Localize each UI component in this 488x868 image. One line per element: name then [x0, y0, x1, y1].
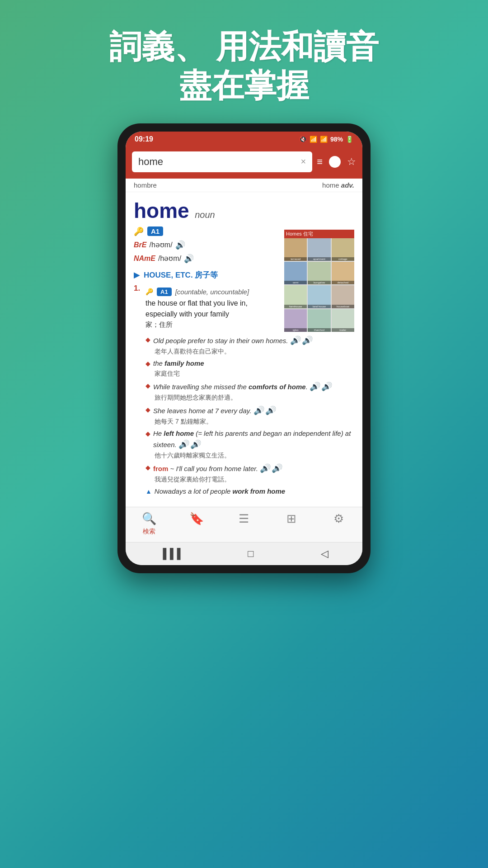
next-word[interactable]: home adv. — [322, 181, 354, 189]
android-back-btn[interactable]: ◁ — [321, 548, 328, 560]
diamond-3: ◆ — [145, 382, 150, 389]
nav-list[interactable]: ☰ — [230, 512, 258, 536]
header-line2: 盡在掌握 — [179, 67, 309, 104]
search-input-wrap[interactable]: home × — [132, 151, 312, 172]
homes-image-grid[interactable]: Homes 住宅 terraced apartment cottage semi… — [284, 230, 354, 332]
status-right-icons: 🔇 📶 📶 98% 🔋 — [299, 136, 353, 143]
ex1-audio1[interactable]: 🔊 — [290, 336, 300, 345]
word-heading-area: home noun — [134, 198, 354, 223]
example-2-chinese: 家庭住宅 — [155, 370, 354, 378]
ex3-audio2[interactable]: 🔊 — [321, 382, 331, 391]
status-time: 09:19 — [135, 135, 153, 143]
home-img-8: land house — [308, 285, 330, 308]
example-7-text: Nowadays a lot of people work from home — [155, 486, 354, 497]
android-recent-btn[interactable]: ▐▐▐ — [159, 548, 180, 560]
def1-tags: [countable, uncountable] — [175, 288, 249, 296]
search-nav-icon: 🔍 — [142, 512, 156, 526]
prev-word[interactable]: hombre — [134, 181, 157, 189]
search-clear-button[interactable]: × — [300, 156, 306, 167]
example-4-row: ◆ She leaves home at 7 every day. 🔊 🔊 — [145, 405, 354, 417]
status-bar: 09:19 🔇 📶 📶 98% 🔋 — [126, 132, 362, 147]
word-nav-row: hombre home adv. — [126, 179, 362, 192]
ex3-audio1[interactable]: 🔊 — [310, 382, 319, 391]
phone-frame: 09:19 🔇 📶 📶 98% 🔋 home × ≡ ☆ hombre — [117, 123, 371, 573]
diamond-5: ◆ — [145, 430, 150, 437]
home-img-6: detached — [332, 262, 354, 284]
name-label: NAmE — [134, 255, 155, 263]
bre-ipa: /həʊm/ — [149, 241, 172, 249]
def1-key-icon: 🔑 — [145, 288, 153, 295]
key-icon: 🔑 — [134, 226, 144, 236]
ex5-audio2[interactable]: 🔊 — [190, 440, 200, 449]
ex6-audio1[interactable]: 🔊 — [260, 464, 270, 473]
status-signal-icon: 📶 — [320, 136, 328, 143]
example-5-chinese: 他十六歲時離家獨立生活。 — [155, 452, 354, 460]
search-bar: home × ≡ ☆ — [126, 147, 362, 179]
definition-1-block: 1. 🔑 A1 [countable, uncountable] the hou… — [134, 284, 354, 498]
def-number: 1. — [134, 284, 142, 498]
android-nav: ▐▐▐ □ ◁ — [126, 542, 362, 565]
dictionary-content: home noun 🔑 A1 BrE /həʊm/ 🔊 NAmE /həʊm/ … — [126, 192, 362, 507]
example-1-chinese: 老年人喜歡待在自己家中。 — [155, 348, 354, 356]
bre-audio-icon[interactable]: 🔊 — [175, 240, 185, 250]
def1-level-badge: A1 — [157, 288, 172, 296]
home-img-1: terraced — [284, 238, 307, 261]
name-audio-icon[interactable]: 🔊 — [184, 254, 194, 264]
example-3-text: While travelling she missed the comforts… — [153, 381, 354, 393]
bottom-nav: 🔍 検索 🔖 ☰ ⊞ ⚙ — [126, 507, 362, 542]
nav-settings[interactable]: ⚙ — [325, 512, 352, 536]
nav-bookmark[interactable]: 🔖 — [183, 512, 210, 536]
nav-grid[interactable]: ⊞ — [278, 512, 305, 536]
list-nav-icon: ☰ — [239, 512, 249, 526]
ex1-audio2[interactable]: 🔊 — [302, 336, 312, 345]
example-6-row: ◆ from ~ I'll call you from home later. … — [145, 462, 354, 475]
example-1-text: Old people prefer to stay in their own h… — [153, 335, 354, 347]
def-text-col: 🔑 A1 [countable, uncountable] the house … — [145, 284, 276, 332]
circle-button[interactable] — [329, 156, 341, 168]
example-2-text: the family home — [153, 359, 354, 369]
header-section: 詞義、 用法和讀音 盡在掌握 — [109, 27, 379, 105]
ex4-audio2[interactable]: 🔊 — [265, 406, 275, 415]
example-3-chinese: 旅行期間她想念家裏的舒適。 — [155, 394, 354, 402]
header-line1: 詞義、 用法和讀音 — [109, 28, 379, 65]
search-input-value[interactable]: home — [138, 156, 300, 168]
example-6-chinese: 我過兒從家裏給你打電話。 — [155, 476, 354, 484]
nav-search[interactable]: 🔍 検索 — [136, 512, 163, 536]
def-1-right: 🔑 A1 [countable, uncountable] the house … — [145, 284, 354, 498]
home-img-2: apartment — [308, 238, 330, 261]
menu-icon[interactable]: ≡ — [317, 156, 323, 168]
home-img-4: semi — [284, 262, 307, 284]
status-battery-text: 98% — [330, 136, 343, 143]
example-5-text: He left home (= left his parents and beg… — [153, 429, 354, 451]
example-3-row: ◆ While travelling she missed the comfor… — [145, 381, 354, 393]
home-img-5: bungalow — [308, 262, 330, 284]
def-1-english: the house or flat that you live in, espe… — [145, 298, 276, 320]
home-img-12: trailer — [332, 309, 354, 332]
diamond-6: ◆ — [145, 464, 150, 471]
bre-label: BrE — [134, 241, 146, 249]
section-title: HOUSE, ETC. 房子等 — [144, 270, 218, 280]
name-ipa: /həʊm/ — [158, 254, 181, 263]
example-4-chinese: 她每天 7 點鐘離家。 — [155, 418, 354, 426]
ex5-audio1[interactable]: 🔊 — [178, 440, 188, 449]
triangle-collapse[interactable]: ▲ — [145, 488, 152, 495]
star-icon[interactable]: ☆ — [347, 156, 356, 168]
diamond-2: ◆ — [145, 360, 150, 367]
home-img-9: houseboat — [332, 285, 354, 308]
def-1-badges: 🔑 A1 [countable, uncountable] — [145, 288, 276, 296]
ex6-audio2[interactable]: 🔊 — [272, 464, 282, 473]
ex4-audio1[interactable]: 🔊 — [253, 406, 263, 415]
diamond-4: ◆ — [145, 406, 150, 413]
search-nav-label: 検索 — [143, 528, 155, 536]
example-4-text: She leaves home at 7 every day. 🔊 🔊 — [153, 405, 354, 417]
status-battery-icon: 🔋 — [346, 136, 353, 143]
homes-label: Homes 住宅 — [284, 230, 354, 238]
diamond-1: ◆ — [145, 336, 150, 343]
home-img-11: thatched — [308, 309, 330, 332]
home-img-7: farmhouse — [284, 285, 307, 308]
android-home-btn[interactable]: □ — [248, 548, 253, 560]
example-6-text: from ~ I'll call you from home later. 🔊 … — [153, 462, 354, 475]
example-5-row: ◆ He left home (= left his parents and b… — [145, 429, 354, 451]
status-mute-icon: 🔇 — [299, 136, 307, 143]
def-with-image: 🔑 A1 [countable, uncountable] the house … — [145, 284, 354, 332]
